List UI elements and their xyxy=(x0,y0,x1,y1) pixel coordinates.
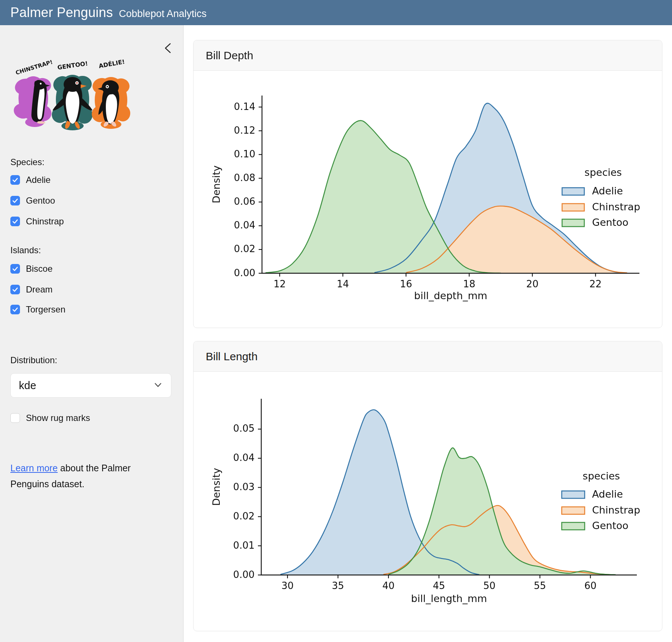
x-tick-label: 30 xyxy=(281,580,293,591)
card-bill-depth: Bill Depth 1214161820220.000.020.040.060… xyxy=(193,40,662,328)
x-tick-label: 18 xyxy=(463,278,475,290)
checkbox-row-adelie[interactable]: Adelie xyxy=(10,174,51,186)
checkbox-label-biscoe: Biscoe xyxy=(26,264,53,274)
legend-label-adelie: Adelie xyxy=(592,185,623,197)
y-tick-label: 0.00 xyxy=(234,267,255,278)
checkbox-chinstrap[interactable] xyxy=(10,217,20,226)
legend-title: species xyxy=(585,167,622,178)
checkbox-label-adelie: Adelie xyxy=(26,175,51,185)
dataset-note: Learn more about the Palmer Penguins dat… xyxy=(10,460,162,492)
card-bill-length: Bill Length 303540455055600.000.010.020.… xyxy=(193,341,662,631)
y-tick-label: 0.12 xyxy=(234,125,255,136)
legend-title: species xyxy=(583,470,620,482)
y-tick-label: 0.01 xyxy=(233,540,255,551)
species-group-label: Species: xyxy=(10,157,44,167)
checkbox-show-rug-marks[interactable] xyxy=(10,413,20,423)
y-tick-label: 0.00 xyxy=(233,569,255,580)
y-tick-label: 0.08 xyxy=(234,172,255,183)
x-tick-label: 35 xyxy=(332,580,344,591)
app-header: Palmer Penguins Cobblepot Analytics xyxy=(0,0,672,25)
x-axis-label: bill_depth_mm xyxy=(414,290,487,301)
checkbox-biscoe[interactable] xyxy=(10,264,20,274)
checkbox-row-show-rug-marks[interactable]: Show rug marks xyxy=(10,412,90,424)
kde-plot-bill-length[interactable]: 303540455055600.000.010.020.030.040.05De… xyxy=(194,372,662,631)
distribution-label: Distribution: xyxy=(10,355,57,365)
y-tick-label: 0.10 xyxy=(234,148,255,160)
checkbox-label-dream: Dream xyxy=(26,284,53,295)
legend-label-chinstrap: Chinstrap xyxy=(592,504,640,516)
islands-group-label: Islands: xyxy=(10,245,41,255)
legend-label-chinstrap: Chinstrap xyxy=(592,201,640,213)
y-tick-label: 0.14 xyxy=(234,101,255,112)
legend-swatch-gentoo xyxy=(562,219,584,227)
artwork-label-adelie: ADÉLIE! xyxy=(98,58,125,70)
checkbox-row-gentoo[interactable]: Gentoo xyxy=(10,195,55,207)
checkbox-label-show-rug-marks: Show rug marks xyxy=(26,413,90,423)
x-axis-label: bill_length_mm xyxy=(411,593,487,604)
app-subtitle: Cobblepot Analytics xyxy=(119,8,206,20)
x-tick-label: 22 xyxy=(589,278,602,290)
y-tick-label: 0.03 xyxy=(233,481,255,492)
checkbox-torgersen[interactable] xyxy=(10,305,20,314)
y-tick-label: 0.04 xyxy=(234,220,255,231)
learn-more-link[interactable]: Learn more xyxy=(10,463,58,473)
checkbox-label-chinstrap: Chinstrap xyxy=(26,216,64,227)
distribution-select[interactable]: kde xyxy=(10,373,171,398)
card-header-bill-depth: Bill Depth xyxy=(194,40,662,71)
x-tick-label: 14 xyxy=(337,278,349,290)
legend-label-gentoo: Gentoo xyxy=(592,217,628,228)
x-tick-label: 20 xyxy=(526,278,538,290)
artwork-label-gentoo: GENTOO! xyxy=(57,60,88,71)
card-body-bill-depth: 1214161820220.000.020.040.060.080.100.12… xyxy=(194,71,662,328)
legend-swatch-adelie xyxy=(562,188,584,195)
checkbox-row-dream[interactable]: Dream xyxy=(10,284,53,295)
app-body: CHINSTRAP! GENTOO! ADÉLIE! Species: Adel… xyxy=(0,25,672,642)
y-tick-label: 0.04 xyxy=(233,452,255,463)
legend-swatch-chinstrap xyxy=(562,204,584,211)
main-content: Bill Depth 1214161820220.000.020.040.060… xyxy=(184,25,672,642)
y-axis-label: Density xyxy=(211,165,222,204)
chevron-down-icon xyxy=(153,380,163,391)
app-title: Palmer Penguins xyxy=(10,5,113,20)
card-header-bill-length: Bill Length xyxy=(194,341,662,372)
checkbox-row-biscoe[interactable]: Biscoe xyxy=(10,263,53,275)
y-tick-label: 0.02 xyxy=(234,243,255,254)
x-tick-label: 16 xyxy=(400,278,412,290)
y-tick-label: 0.06 xyxy=(234,196,255,207)
x-tick-label: 12 xyxy=(273,278,286,290)
card-title-bill-depth: Bill Depth xyxy=(206,49,253,62)
checkbox-row-torgersen[interactable]: Torgersen xyxy=(10,304,65,315)
checkbox-row-chinstrap[interactable]: Chinstrap xyxy=(10,215,64,227)
card-title-bill-length: Bill Length xyxy=(206,350,258,363)
legend-swatch-adelie xyxy=(562,491,585,498)
distribution-selected-value: kde xyxy=(19,379,36,392)
legend-label-gentoo: Gentoo xyxy=(592,520,628,531)
x-tick-label: 55 xyxy=(534,580,546,591)
kde-plot-bill-depth[interactable]: 1214161820220.000.020.040.060.080.100.12… xyxy=(194,71,662,328)
artwork-label-chinstrap: CHINSTRAP! xyxy=(15,58,53,76)
checkbox-dream[interactable] xyxy=(10,285,20,294)
chinstrap-splash-blob xyxy=(12,76,53,127)
legend-swatch-gentoo xyxy=(562,522,585,530)
card-body-bill-length: 303540455055600.000.010.020.030.040.05De… xyxy=(194,372,662,631)
legend-label-adelie: Adelie xyxy=(592,488,623,500)
x-tick-label: 50 xyxy=(483,580,495,591)
y-axis-label: Density xyxy=(211,468,222,506)
x-tick-label: 60 xyxy=(584,580,597,591)
y-tick-label: 0.02 xyxy=(233,511,255,522)
checkbox-adelie[interactable] xyxy=(10,175,20,185)
checkbox-gentoo[interactable] xyxy=(10,196,20,205)
chevron-left-icon[interactable] xyxy=(161,41,176,56)
x-tick-label: 45 xyxy=(433,580,445,591)
checkbox-label-torgersen: Torgersen xyxy=(26,304,65,315)
x-tick-label: 40 xyxy=(382,580,394,591)
legend-swatch-chinstrap xyxy=(562,507,585,514)
y-tick-label: 0.05 xyxy=(233,423,255,434)
palmer-penguins-artwork: CHINSTRAP! GENTOO! ADÉLIE! xyxy=(10,58,132,133)
sidebar: CHINSTRAP! GENTOO! ADÉLIE! Species: Adel… xyxy=(0,25,184,642)
checkbox-label-gentoo: Gentoo xyxy=(26,195,55,206)
